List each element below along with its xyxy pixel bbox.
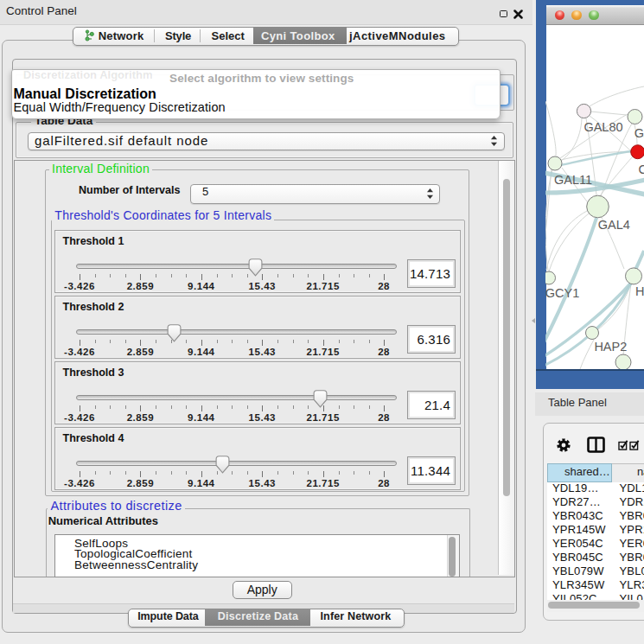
svg-text:GA: GA <box>634 126 644 140</box>
svg-text:GAL11: GAL11 <box>554 173 592 187</box>
svg-text:C: C <box>638 163 644 176</box>
svg-text:H: H <box>635 284 644 298</box>
svg-text:HAP2: HAP2 <box>594 340 627 354</box>
svg-text:GAL80: GAL80 <box>583 120 622 134</box>
svg-text:GAL4: GAL4 <box>598 218 630 232</box>
svg-text:GCY1: GCY1 <box>545 286 579 300</box>
